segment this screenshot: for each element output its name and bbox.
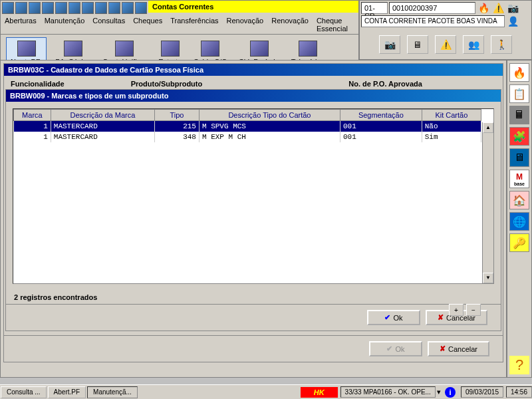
menu-renovacao[interactable]: Renovação <box>223 15 268 34</box>
time-display: 14:56 <box>506 386 532 398</box>
key-icon[interactable]: 🔑 <box>509 233 529 252</box>
screen-button[interactable]: 🖥 <box>407 35 428 54</box>
menu-cheques[interactable]: Cheques <box>129 15 166 34</box>
vertical-scrollbar[interactable]: ▲ ▼ <box>482 122 493 283</box>
tool-icon[interactable] <box>122 2 134 14</box>
tool-icon[interactable] <box>15 2 27 14</box>
hk-badge: HK <box>301 387 338 398</box>
date-display: 09/03/2015 <box>461 386 503 398</box>
doc-icon[interactable]: 📋 <box>509 84 529 103</box>
book-icon <box>299 41 317 57</box>
person-icon[interactable]: 👤 <box>506 15 519 27</box>
menu-transferencias[interactable]: Transferências <box>166 15 222 34</box>
task-consulta[interactable]: Consulta ... <box>1 386 47 398</box>
table-cell: Não <box>422 121 481 132</box>
tool-icon[interactable] <box>108 2 120 14</box>
tool-icon[interactable] <box>2 2 14 14</box>
inner-ok-button[interactable]: ✔Ok <box>367 310 420 325</box>
menu-aberturas[interactable]: Aberturas <box>1 15 41 34</box>
menu-cheque-essencial[interactable]: Cheque Essencial <box>313 15 358 34</box>
tool-icon[interactable] <box>42 2 54 14</box>
outer-window-title: BRBW03C - Cadastro de Dados de Cartão Pe… <box>4 64 503 76</box>
menu-consultas[interactable]: Consultas <box>88 15 129 34</box>
tool-icon[interactable] <box>95 2 107 14</box>
info-icon[interactable]: i <box>445 387 456 398</box>
table-cell: 348 <box>155 132 200 142</box>
table-cell: 215 <box>155 121 200 132</box>
tool-icon[interactable] <box>68 2 80 14</box>
small-tool-icons <box>1 1 148 15</box>
table-cell: M SPVG MCS <box>199 121 340 132</box>
task-abert-pf[interactable]: Abert.PF <box>48 386 86 398</box>
tool-icon[interactable] <box>29 2 41 14</box>
remove-row-button[interactable]: − <box>466 304 481 316</box>
field-label: No. de P.O. Aprovada <box>348 80 422 88</box>
warning-icon[interactable]: ⚠️ <box>491 2 505 14</box>
calculator-icon[interactable]: 🖩 <box>509 106 529 124</box>
table-cell: 1 <box>14 121 51 132</box>
camera-icon[interactable]: 📷 <box>506 2 519 14</box>
coins-icon <box>201 41 219 57</box>
table-row[interactable]: 1MASTERCARD215M SPVG MCS001Não <box>14 121 481 132</box>
scroll-up-button[interactable]: ▲ <box>483 122 493 133</box>
monitor-icon[interactable]: 🖥 <box>509 148 529 167</box>
add-row-button[interactable]: + <box>449 304 464 316</box>
account-desc: CONTA CORRENTE PACOTE BOAS VINDA <box>361 15 505 27</box>
table-cell: Sim <box>422 132 481 142</box>
main-menu: Aberturas Manutenção Consultas Cheques T… <box>1 15 358 35</box>
calendar-icon <box>64 41 82 57</box>
task-manutencao[interactable]: Manutençã... <box>87 386 138 398</box>
people-button[interactable]: 👥 <box>463 35 484 54</box>
mbase-icon[interactable]: Mbase <box>509 170 529 188</box>
globe-icon[interactable]: 🌐 <box>509 212 529 231</box>
right-toolbar: 🔥 📋 🖩 🧩 🖥 Mbase 🏠 🌐 🔑 ? <box>507 60 532 378</box>
camera-button[interactable]: 📷 <box>379 35 400 54</box>
table-row[interactable]: 1MASTERCARD348M EXP M CH001Sim <box>14 132 481 142</box>
calendar-icon <box>17 41 36 57</box>
fire-icon[interactable]: 🔥 <box>477 2 490 14</box>
app-title: Contas Correntes <box>148 1 358 13</box>
table-cell: M EXP M CH <box>199 132 340 142</box>
check-icon: ✔ <box>386 344 392 353</box>
table-cell: MASTERCARD <box>51 121 154 132</box>
puzzle-icon[interactable]: 🧩 <box>509 127 529 146</box>
table-cell: 001 <box>340 121 422 132</box>
dropdown-icon[interactable]: ▾ <box>436 388 442 396</box>
calendar-icon <box>115 41 134 57</box>
data-table-container: Marca Descrição da Marca Tipo Descrição … <box>13 108 494 284</box>
document-icon <box>161 41 180 57</box>
field-label: Funcionalidade <box>11 80 65 88</box>
records-status: 2 registros encontrados <box>6 291 501 304</box>
table-cell: MASTERCARD <box>51 132 154 142</box>
data-table: Marca Descrição da Marca Tipo Descrição … <box>13 109 481 142</box>
outer-ok-button: ✔Ok <box>369 341 422 356</box>
table-cell: 1 <box>14 132 51 142</box>
account-number: 00100200397 <box>389 2 475 14</box>
col-kit[interactable]: Kit Cartão <box>422 110 481 121</box>
menu-renovacao2[interactable]: Renovação <box>267 15 313 34</box>
tool-icon[interactable] <box>82 2 94 14</box>
person-button[interactable]: 🚶 <box>491 35 512 54</box>
scroll-down-button[interactable]: ▼ <box>483 273 493 283</box>
col-desc-tipo[interactable]: Descrição Tipo do Cartão <box>199 110 340 121</box>
help-icon[interactable]: ? <box>509 356 529 374</box>
taskbar: Consulta ... Abert.PF Manutençã... HK 33… <box>0 384 532 399</box>
col-marca[interactable]: Marca <box>14 110 51 121</box>
outer-cancel-button[interactable]: ✘Cancelar <box>428 341 489 356</box>
flame-icon[interactable]: 🔥 <box>509 63 529 82</box>
col-segmentacao[interactable]: Segmentação <box>340 110 422 121</box>
col-tipo[interactable]: Tipo <box>155 110 200 121</box>
field-label: Produto/Subproduto <box>131 80 203 88</box>
warning-button[interactable]: ⚠️ <box>435 35 456 54</box>
x-icon: ✘ <box>440 344 446 353</box>
coins-icon <box>250 41 269 57</box>
account-code: 01-CP <box>361 2 388 14</box>
tool-icon[interactable] <box>135 2 147 14</box>
menu-manutencao[interactable]: Manutenção <box>41 15 89 34</box>
home-icon[interactable]: 🏠 <box>509 191 529 209</box>
tool-icon[interactable] <box>55 2 67 14</box>
col-desc-marca[interactable]: Descrição da Marca <box>51 110 154 121</box>
inner-window-title: BRBW009 - Marcas e tipos de um subprodut… <box>6 90 501 102</box>
table-cell: 001 <box>340 132 422 142</box>
status-text: 33/33 MPA0166 - OK. OPE... <box>340 386 436 398</box>
